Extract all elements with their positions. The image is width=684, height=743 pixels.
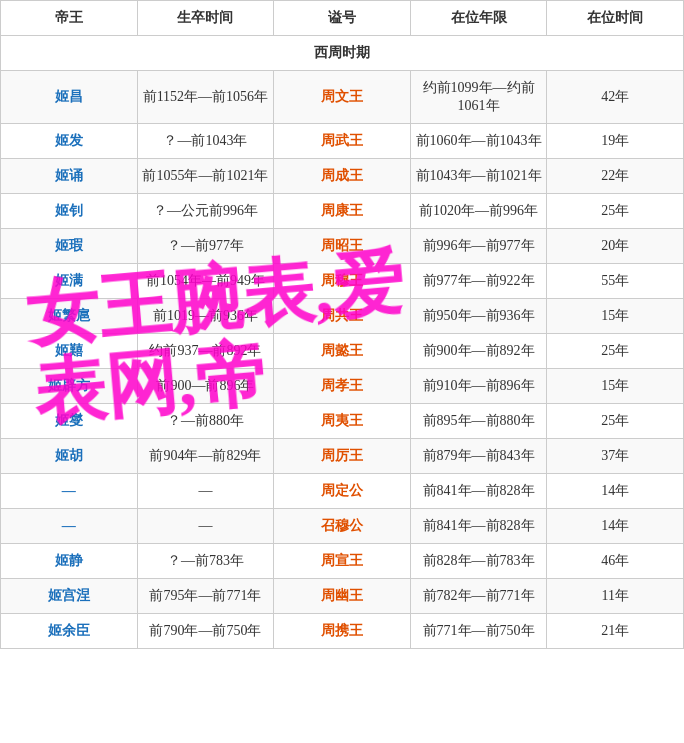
birth-death: ？—前783年: [137, 544, 274, 579]
birth-death: 前904年—前829年: [137, 439, 274, 474]
table-row: 姬宫涅前795年—前771年周幽王前782年—前771年11年: [1, 579, 684, 614]
posthumous-name: 周昭王: [274, 229, 411, 264]
birth-death: 前795年—前771年: [137, 579, 274, 614]
reign-years: 前828年—前783年: [410, 544, 547, 579]
birth-death: —: [137, 509, 274, 544]
posthumous-name: 召穆公: [274, 509, 411, 544]
posthumous-name: 周武王: [274, 124, 411, 159]
reign-years: 前1043年—前1021年: [410, 159, 547, 194]
emperor-name: 姬燮: [1, 404, 138, 439]
posthumous-name: 周携王: [274, 614, 411, 649]
posthumous-name: 周厉王: [274, 439, 411, 474]
birth-death: 前1019—前936年: [137, 299, 274, 334]
emperor-name: 姬胡: [1, 439, 138, 474]
emperor-name: 姬宫涅: [1, 579, 138, 614]
birth-death: —: [137, 474, 274, 509]
table-row: 姬辟方前900—前896年周孝王前910年—前896年15年: [1, 369, 684, 404]
birth-death: ？—前1043年: [137, 124, 274, 159]
reign-duration: 55年: [547, 264, 684, 299]
emperor-name: 姬瑕: [1, 229, 138, 264]
period-label: 西周时期: [1, 36, 684, 71]
table-row: ——周定公前841年—前828年14年: [1, 474, 684, 509]
table-row: ——召穆公前841年—前828年14年: [1, 509, 684, 544]
col-emperor: 帝王: [1, 1, 138, 36]
emperor-name: 姬诵: [1, 159, 138, 194]
emperor-name: 姬发: [1, 124, 138, 159]
reign-duration: 11年: [547, 579, 684, 614]
birth-death: 前1152年—前1056年: [137, 71, 274, 124]
emperor-name: 姬囏: [1, 334, 138, 369]
emperor-name: 姬余臣: [1, 614, 138, 649]
col-birth: 生卒时间: [137, 1, 274, 36]
emperor-name: 姬繁扈: [1, 299, 138, 334]
birth-death: ？—公元前996年: [137, 194, 274, 229]
table-row: 姬囏约前937—前892年周懿王前900年—前892年25年: [1, 334, 684, 369]
dynasty-table: 帝王 生卒时间 谥号 在位年限 在位时间 西周时期 姬昌前1152年—前1056…: [0, 0, 684, 649]
emperor-name: —: [1, 509, 138, 544]
table-row: 姬静？—前783年周宣王前828年—前783年46年: [1, 544, 684, 579]
table-row: 姬燮？—前880年周夷王前895年—前880年25年: [1, 404, 684, 439]
table-row: 姬发？—前1043年周武王前1060年—前1043年19年: [1, 124, 684, 159]
reign-years: 前1060年—前1043年: [410, 124, 547, 159]
posthumous-name: 周共王: [274, 299, 411, 334]
table-row: 姬诵前1055年—前1021年周成王前1043年—前1021年22年: [1, 159, 684, 194]
reign-duration: 21年: [547, 614, 684, 649]
posthumous-name: 周文王: [274, 71, 411, 124]
posthumous-name: 周穆王: [274, 264, 411, 299]
table-row: 姬繁扈前1019—前936年周共王前950年—前936年15年: [1, 299, 684, 334]
reign-years: 前996年—前977年: [410, 229, 547, 264]
emperor-name: 姬满: [1, 264, 138, 299]
table-row: 姬钊？—公元前996年周康王前1020年—前996年25年: [1, 194, 684, 229]
reign-duration: 15年: [547, 299, 684, 334]
table-row: 姬余臣前790年—前750年周携王前771年—前750年21年: [1, 614, 684, 649]
col-posthumous: 谥号: [274, 1, 411, 36]
table-row: 姬昌前1152年—前1056年周文王约前1099年—约前1061年42年: [1, 71, 684, 124]
birth-death: 前790年—前750年: [137, 614, 274, 649]
birth-death: ？—前880年: [137, 404, 274, 439]
posthumous-name: 周宣王: [274, 544, 411, 579]
birth-death: 前1054年—前949年: [137, 264, 274, 299]
reign-duration: 14年: [547, 509, 684, 544]
reign-years: 前900年—前892年: [410, 334, 547, 369]
reign-years: 约前1099年—约前1061年: [410, 71, 547, 124]
reign-duration: 20年: [547, 229, 684, 264]
posthumous-name: 周定公: [274, 474, 411, 509]
table-row: 姬瑕？—前977年周昭王前996年—前977年20年: [1, 229, 684, 264]
emperor-name: —: [1, 474, 138, 509]
reign-years: 前841年—前828年: [410, 509, 547, 544]
emperor-name: 姬昌: [1, 71, 138, 124]
col-reign-duration: 在位时间: [547, 1, 684, 36]
reign-years: 前977年—前922年: [410, 264, 547, 299]
table-header-row: 帝王 生卒时间 谥号 在位年限 在位时间: [1, 1, 684, 36]
birth-death: ？—前977年: [137, 229, 274, 264]
birth-death: 前900—前896年: [137, 369, 274, 404]
birth-death: 约前937—前892年: [137, 334, 274, 369]
reign-duration: 37年: [547, 439, 684, 474]
reign-duration: 46年: [547, 544, 684, 579]
reign-duration: 25年: [547, 404, 684, 439]
reign-years: 前1020年—前996年: [410, 194, 547, 229]
posthumous-name: 周夷王: [274, 404, 411, 439]
reign-duration: 19年: [547, 124, 684, 159]
posthumous-name: 周成王: [274, 159, 411, 194]
reign-duration: 25年: [547, 194, 684, 229]
period-row: 西周时期: [1, 36, 684, 71]
emperor-name: 姬静: [1, 544, 138, 579]
posthumous-name: 周孝王: [274, 369, 411, 404]
col-reign-years: 在位年限: [410, 1, 547, 36]
reign-years: 前771年—前750年: [410, 614, 547, 649]
reign-years: 前910年—前896年: [410, 369, 547, 404]
posthumous-name: 周懿王: [274, 334, 411, 369]
table-row: 姬胡前904年—前829年周厉王前879年—前843年37年: [1, 439, 684, 474]
posthumous-name: 周康王: [274, 194, 411, 229]
reign-duration: 15年: [547, 369, 684, 404]
reign-duration: 25年: [547, 334, 684, 369]
reign-duration: 22年: [547, 159, 684, 194]
posthumous-name: 周幽王: [274, 579, 411, 614]
emperor-name: 姬辟方: [1, 369, 138, 404]
reign-years: 前879年—前843年: [410, 439, 547, 474]
table-row: 姬满前1054年—前949年周穆王前977年—前922年55年: [1, 264, 684, 299]
reign-years: 前950年—前936年: [410, 299, 547, 334]
reign-years: 前895年—前880年: [410, 404, 547, 439]
reign-years: 前841年—前828年: [410, 474, 547, 509]
